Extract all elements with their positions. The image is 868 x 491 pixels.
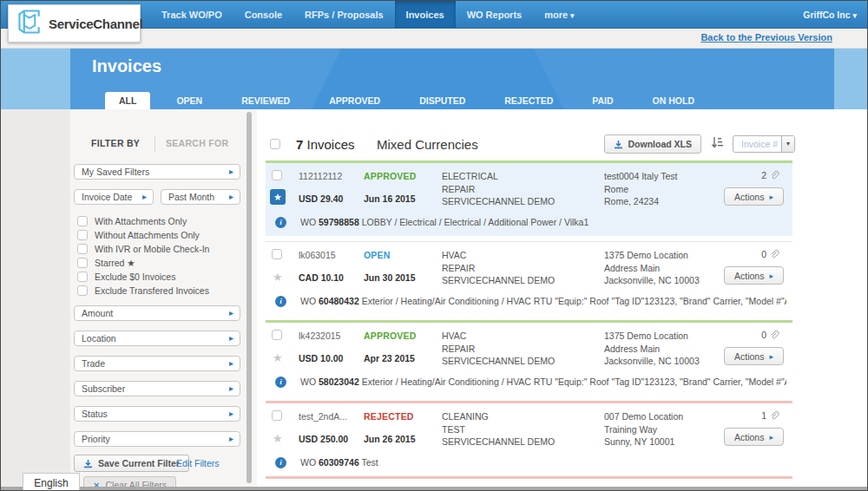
select-arrow-icon: ▼ (781, 136, 794, 152)
wo-label: WO (300, 457, 316, 468)
invoice-date: Jun 16 2015 (364, 193, 416, 204)
page-header-inner: Invoices ALL OPEN REVIEWED APPROVED DISP… (70, 49, 834, 109)
invoice-number-link[interactable]: 112112112 (299, 171, 361, 181)
starred-badge[interactable]: ★ (270, 189, 286, 205)
invoice-date: Apr 23 2015 (364, 353, 415, 363)
date-range-label: Past Month (168, 192, 214, 202)
account-menu[interactable]: GriffCo Inc▾ (803, 1, 857, 28)
nav-item-invoices[interactable]: Invoices (395, 1, 456, 28)
star-icon[interactable]: ★ (273, 351, 283, 364)
info-icon[interactable]: i (275, 217, 286, 228)
checkbox-exclude-zero-invoices[interactable]: Exclude $0 Invoices (77, 270, 209, 284)
invoice-number-link[interactable]: lk4232015 (299, 331, 361, 341)
wo-description[interactable]: WO 60309746 Test (300, 457, 786, 468)
paperclip-icon (769, 170, 779, 180)
checkbox-ivr-mobile-checkin[interactable]: With IVR or Mobile Check-In (77, 242, 209, 256)
actions-button[interactable]: Actions ▸ (724, 347, 784, 365)
row-checkbox[interactable] (272, 170, 282, 180)
tab-paid[interactable]: PAID (579, 92, 626, 109)
checkbox-label[interactable]: Without Attachments Only (95, 230, 200, 240)
save-current-filter-button[interactable]: Save Current Filter (74, 455, 189, 472)
checkbox-label[interactable]: Exclude $0 Invoices (95, 272, 175, 282)
brand-name: ServiceChannel (49, 16, 142, 31)
wo-details: LOBBY / Electrical / Electrical / Additi… (362, 217, 589, 227)
language-selector[interactable]: English (23, 473, 80, 491)
invoice-amount: USD 250.00 (299, 434, 348, 444)
attachment-count: 2 (761, 170, 766, 180)
checkbox-without-attachments[interactable]: Without Attachments Only (77, 228, 209, 242)
actions-button[interactable]: Actions ▸ (724, 187, 784, 206)
back-to-previous-version-link[interactable]: Back to the Previous Version (700, 32, 832, 43)
sort-field-select[interactable]: Invoice # ▼ (733, 135, 795, 153)
status-dropdown[interactable]: Status ▸ (74, 406, 240, 422)
currency-note: Mixed Currencies (377, 137, 478, 152)
priority-dropdown[interactable]: Priority ▸ (74, 431, 240, 447)
tab-open[interactable]: OPEN (163, 92, 215, 109)
tab-search-for[interactable]: SEARCH FOR (166, 138, 228, 148)
date-range-dropdown[interactable]: Past Month ▸ (161, 189, 240, 205)
nav-item-wo-reports[interactable]: WO Reports (456, 1, 534, 28)
invoice-trade: CLEANING TEST SERVICECHANNEL DEMO (442, 410, 598, 448)
download-xls-button[interactable]: Download XLS (604, 134, 702, 154)
edit-filters-link[interactable]: Edit Filters (176, 458, 220, 468)
triangle-right-icon: ▸ (769, 193, 773, 201)
checkbox[interactable] (77, 258, 88, 268)
checkbox-exclude-transfered[interactable]: Exclude Transfered Invoices (77, 284, 209, 298)
checkbox-label[interactable]: With Attachments Only (95, 216, 187, 226)
trade-dropdown[interactable]: Trade ▸ (74, 356, 240, 371)
nav-item-track-wopo[interactable]: Track WO/PO (150, 1, 233, 28)
invoice-number-link[interactable]: lk063015 (299, 250, 361, 260)
checkbox[interactable] (77, 272, 88, 282)
star-icon[interactable]: ★ (273, 271, 283, 284)
trade-line: REPAIR (442, 343, 598, 356)
nav-item-rfps-proposals[interactable]: RFPs / Proposals (293, 1, 394, 28)
tab-reviewed[interactable]: REVIEWED (228, 92, 303, 109)
brand-logo-link[interactable]: ServiceChannel (8, 4, 141, 43)
checkbox-label[interactable]: With IVR or Mobile Check-In (95, 244, 209, 254)
vertical-scrollbar[interactable] (247, 112, 252, 483)
checkbox[interactable] (77, 285, 88, 296)
location-dropdown[interactable]: Location ▸ (74, 331, 240, 346)
wo-description[interactable]: WO 59798858 LOBBY / Electrical / Electri… (300, 217, 786, 227)
nav-item-console[interactable]: Console (233, 1, 293, 28)
checkbox-with-attachments[interactable]: With Attachments Only (77, 214, 209, 228)
row-checkbox[interactable] (272, 410, 282, 421)
horizontal-scrollbar[interactable] (1, 487, 867, 490)
invoice-number-link[interactable]: test_2ndA... (299, 411, 361, 422)
date-field-dropdown[interactable]: Invoice Date ▸ (74, 189, 154, 205)
nav-item-more[interactable]: more▾ (533, 1, 585, 28)
select-all-checkbox[interactable] (270, 139, 280, 149)
invoice-row: ★ ★ test_2ndA... USD 250.00 REJECTED Jun… (266, 401, 792, 479)
tab-disputed[interactable]: DISPUTED (406, 92, 478, 109)
info-icon[interactable]: i (275, 296, 286, 307)
actions-button[interactable]: Actions ▸ (724, 428, 784, 446)
checkbox-starred[interactable]: Starred ★ (77, 256, 209, 270)
tab-filter-by[interactable]: FILTER BY (91, 138, 140, 148)
checkbox-label[interactable]: Starred ★ (95, 258, 135, 268)
subscriber-dropdown[interactable]: Subscriber ▸ (74, 381, 240, 396)
tab-rejected[interactable]: REJECTED (491, 92, 566, 109)
tab-all[interactable]: ALL (105, 92, 150, 109)
actions-button[interactable]: Actions ▸ (724, 266, 784, 285)
row-checkbox[interactable] (272, 330, 282, 340)
checkbox-label[interactable]: Exclude Transfered Invoices (95, 285, 209, 296)
checkbox[interactable] (77, 244, 88, 254)
info-icon[interactable]: i (275, 457, 286, 468)
info-icon[interactable]: i (275, 376, 286, 388)
checkbox[interactable] (77, 216, 88, 226)
invoice-amount: CAD 10.10 (299, 272, 344, 283)
star-icon[interactable]: ★ (273, 432, 283, 445)
star-icon: ★ (273, 192, 282, 203)
trade-line: SERVICECHANNEL DEMO (442, 195, 598, 208)
wo-description[interactable]: WO 60480432 Exterior / Heating/Air Condi… (300, 296, 786, 306)
tab-approved[interactable]: APPROVED (316, 92, 393, 109)
triangle-right-icon: ▸ (229, 306, 233, 320)
wo-description[interactable]: WO 58023042 Exterior / Heating/Air Condi… (300, 376, 786, 387)
row-checkbox[interactable] (272, 249, 282, 259)
tab-on-hold[interactable]: ON HOLD (640, 92, 707, 109)
amount-dropdown[interactable]: Amount ▸ (74, 305, 240, 321)
sort-direction-button[interactable] (711, 136, 723, 152)
checkbox[interactable] (77, 230, 88, 240)
triangle-right-icon: ▸ (229, 165, 233, 179)
saved-filters-dropdown[interactable]: My Saved Filters ▸ (74, 164, 240, 180)
